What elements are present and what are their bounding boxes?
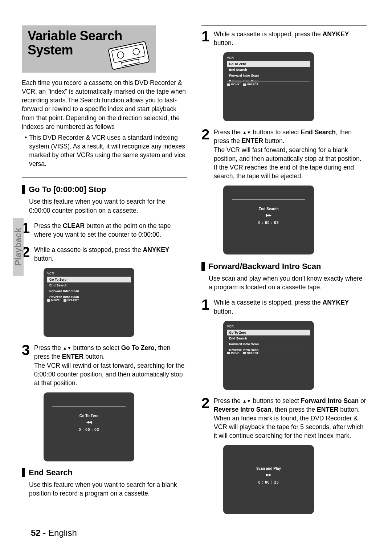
osd-status-label: End Search [227,207,310,211]
rewind-icon: ◀◀ [47,420,131,424]
osd-row: Go To Zero [47,277,131,282]
osd-row: End Search [227,335,310,341]
page-footer: 52 - English [31,528,77,538]
subhead-bar-icon [22,185,25,194]
osd-header: VCR [227,56,310,60]
osd-row: Forward Intro Scan [47,288,131,294]
scan-step-1: 1 While a cassette is stopped, press the… [201,298,367,315]
scan-step-2: 2 Press the buttons to select Forward In… [201,396,367,440]
up-arrow-icon [63,344,67,351]
up-arrow-icon [242,129,247,136]
page-number: 52 - [31,528,46,538]
forward-icon: ▶▶ [227,213,310,217]
osd-status-time: 0 : 00 : 03 [47,428,131,432]
bullet-dot: • [25,133,27,168]
step-number: 1 [22,221,34,239]
subhead-end: End Search [22,468,187,477]
step-number: 2 [201,396,214,440]
end-step-2: 2 Press the buttons to select End Search… [201,128,367,180]
cassette-icon [103,36,154,72]
intro-text: Each time you record a cassette on this … [22,78,187,131]
goto-desc: Use this feature when you want to search… [22,197,187,215]
osd-vcr-menu: VCR Go To Zero End Search Forward Intro … [223,52,314,121]
goto-step-3: 3 Press the buttons to select Go To Zero… [22,343,187,387]
subhead-goto: Go To [0:00:00] Stop [22,185,187,194]
subhead-end-text: End Search [29,468,73,477]
osd-status-time: 0 : 00 : 23 [227,480,310,484]
osd-move-label: MOVE [227,83,240,86]
osd-goto-status: Go To Zero ◀◀ 0 : 00 : 03 [44,392,134,461]
step-number: 2 [201,128,214,180]
osd-move-label: MOVE [227,351,240,355]
down-arrow-icon [247,129,251,136]
end-step2-tail: The VCR will fast forward, searching for… [214,146,367,181]
down-arrow-icon [67,344,72,351]
osd-row: Forward Intro Scan [227,341,310,347]
subhead-scan-text: Forward/Backward Intro Scan [208,262,321,271]
osd-move-label: MOVE [47,298,60,302]
osd-status-label: Go To Zero [47,414,131,418]
step-number: 1 [201,30,214,47]
down-arrow-icon [247,397,251,404]
osd-vcr-menu: VCR Go To Zero End Search Forward Intro … [44,268,134,337]
osd-scan-status: Scan and Play ▶▶ 0 : 00 : 23 [223,445,314,514]
goto-step3-tail: The VCR will rewind or fast forward, sea… [34,361,187,387]
goto-step-2: 2 While a cassette is stopped, press the… [22,245,187,263]
bullet-text: This DVD Recorder & VCR uses a standard … [29,133,187,168]
step-number: 3 [22,343,34,387]
osd-row: Forward Intro Scan [227,73,310,78]
end-desc: Use this feature when you want to search… [22,480,187,498]
chapter-tab: Playback [13,218,24,276]
osd-status-label: Scan and Play [227,467,310,471]
osd-header: VCR [227,325,310,328]
up-arrow-icon [242,397,247,404]
osd-row: End Search [227,67,310,73]
page-title-box: Variable Search System [22,25,156,73]
intro-bullet: • This DVD Recorder & VCR uses a standar… [22,133,187,168]
osd-header: VCR [47,272,131,275]
osd-row: Go To Zero [227,330,310,335]
chapter-tab-label: Playback [13,228,23,266]
subhead-bar-icon [22,468,25,477]
subhead-scan: Forward/Backward Intro Scan [201,262,367,271]
subhead-goto-text: Go To [0:00:00] Stop [29,185,106,194]
section-goto: Go To [0:00:00] Stop Use this feature wh… [22,177,187,461]
goto-step-1: 1 Press the CLEAR button at the point on… [22,221,187,239]
osd-select-label: SELECT [243,351,259,355]
osd-vcr-menu: VCR Go To Zero End Search Forward Intro … [223,321,314,390]
step-number: 1 [201,298,214,315]
osd-row: Go To Zero [227,61,310,67]
step-number: 2 [22,245,34,263]
osd-select-label: SELECT [243,83,259,86]
right-column: 1 While a cassette is stopped, press the… [201,25,367,517]
end-step-1: 1 While a cassette is stopped, press the… [201,30,367,47]
left-column: Variable Search System Each time you rec… [22,25,187,517]
page-language: English [48,528,77,538]
forward-icon: ▶▶ [227,473,310,477]
osd-end-status: End Search ▶▶ 0 : 00 : 03 [223,186,314,254]
scan-desc: Use scan and play when you don't know ex… [201,274,367,292]
osd-select-label: SELECT [64,298,79,302]
osd-row: End Search [47,282,131,288]
subhead-bar-icon [201,262,205,271]
osd-status-time: 0 : 00 : 03 [227,221,310,225]
